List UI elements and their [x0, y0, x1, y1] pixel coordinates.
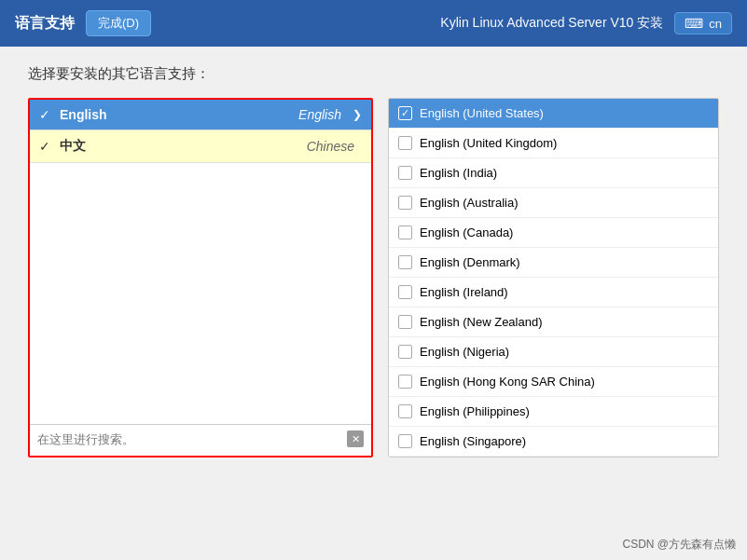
checkbox[interactable]	[398, 106, 412, 120]
item-name: English	[60, 107, 298, 122]
list-item[interactable]: English (Australia)	[389, 188, 718, 218]
list-item[interactable]: English (Hong Kong SAR China)	[389, 367, 718, 397]
right-panel: English (United States) English (United …	[388, 98, 719, 458]
item-label: English (Nigeria)	[420, 345, 509, 359]
checkbox[interactable]	[398, 285, 412, 299]
watermark: CSDN @方先森有点懒	[622, 537, 736, 553]
item-label: English (New Zealand)	[420, 315, 543, 329]
item-label: English (Hong Kong SAR China)	[420, 375, 595, 389]
item-label: English (Ireland)	[420, 285, 508, 299]
item-native: English	[298, 107, 341, 122]
checkbox[interactable]	[398, 196, 412, 210]
item-label: English (United Kingdom)	[420, 136, 557, 150]
checkbox[interactable]	[398, 345, 412, 359]
app-title: Kylin Linux Advanced Server V10 安装	[440, 15, 663, 32]
item-name: 中文	[60, 138, 307, 155]
list-item[interactable]: English (Ireland)	[389, 278, 718, 307]
left-panel: ✓ English English ❯ ✓ 中文 Chinese ✕	[28, 98, 373, 458]
checkbox[interactable]	[398, 225, 412, 239]
done-button[interactable]: 完成(D)	[86, 10, 151, 36]
item-label: English (Singapore)	[420, 434, 526, 448]
list-item[interactable]: English (United States)	[389, 99, 718, 129]
check-icon: ✓	[39, 139, 54, 154]
left-panel-spacer	[30, 163, 371, 424]
checkbox[interactable]	[398, 166, 412, 180]
list-item[interactable]: English (United Kingdom)	[389, 129, 718, 158]
top-bar-left: 语言支持 完成(D)	[15, 10, 151, 36]
list-item[interactable]: ✓ English English ❯	[30, 100, 371, 130]
list-item[interactable]: English (Singapore)	[389, 427, 718, 457]
arrow-icon: ❯	[353, 108, 362, 121]
keyboard-label: cn	[709, 17, 722, 31]
keyboard-icon: ⌨	[685, 16, 703, 31]
section-title: 选择要安装的其它语言支持：	[28, 65, 719, 83]
checkbox[interactable]	[398, 434, 412, 448]
item-label: English (India)	[420, 166, 497, 180]
checkbox[interactable]	[398, 255, 412, 269]
item-label: English (United States)	[420, 106, 544, 120]
checkbox[interactable]	[398, 315, 412, 329]
search-clear-button[interactable]: ✕	[347, 430, 364, 447]
check-icon: ✓	[39, 107, 54, 122]
search-input[interactable]	[37, 432, 347, 446]
keyboard-badge[interactable]: ⌨ cn	[674, 12, 732, 34]
list-item[interactable]: English (Philippines)	[389, 397, 718, 427]
search-bar: ✕	[30, 424, 371, 453]
item-label: English (Philippines)	[420, 404, 530, 418]
list-item[interactable]: English (Canada)	[389, 218, 718, 248]
item-native: Chinese	[307, 139, 354, 154]
main-content: 选择要安装的其它语言支持： ✓ English English ❯ ✓ 中文 C…	[0, 47, 747, 476]
list-item[interactable]: English (Denmark)	[389, 248, 718, 278]
item-label: English (Canada)	[420, 225, 513, 239]
checkbox[interactable]	[398, 375, 412, 389]
list-item[interactable]: English (Nigeria)	[389, 337, 718, 367]
item-label: English (Denmark)	[420, 255, 520, 269]
list-item[interactable]: ✓ 中文 Chinese	[30, 130, 371, 163]
list-item[interactable]: English (India)	[389, 158, 718, 188]
panels-row: ✓ English English ❯ ✓ 中文 Chinese ✕	[28, 98, 719, 458]
checkbox[interactable]	[398, 404, 412, 418]
top-bar-title: 语言支持	[15, 14, 75, 34]
top-bar: 语言支持 完成(D) Kylin Linux Advanced Server V…	[0, 0, 747, 47]
top-bar-right: Kylin Linux Advanced Server V10 安装 ⌨ cn	[440, 12, 732, 34]
list-item[interactable]: English (New Zealand)	[389, 307, 718, 337]
item-label: English (Australia)	[420, 196, 519, 210]
checkbox[interactable]	[398, 136, 412, 150]
